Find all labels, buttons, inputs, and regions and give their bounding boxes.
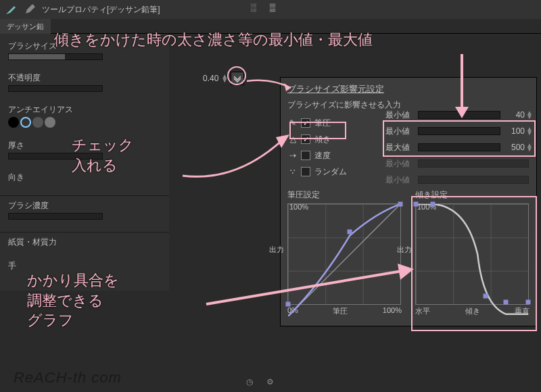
header-tool-icons: ░ ▒ xyxy=(246,0,280,15)
brush-size-slider[interactable] xyxy=(8,53,103,60)
thickness-label: 厚さ xyxy=(8,140,161,151)
prop-thickness[interactable]: 厚さ xyxy=(8,140,161,160)
tilt-icon: △ xyxy=(287,134,298,144)
tilt-max-label: 最大値 xyxy=(385,142,418,153)
tilt-graph-plot[interactable]: 100% 出力 xyxy=(415,203,529,305)
spray-icon[interactable]: ░ xyxy=(246,0,261,15)
spray-alt-icon[interactable]: ▒ xyxy=(265,0,280,15)
pressure-graph: 筆圧設定 100% 出力 0% 筆圧 100% xyxy=(287,189,402,316)
source-velocity-label: 速度 xyxy=(314,150,358,162)
aa-option-3[interactable] xyxy=(32,117,43,128)
prop-brush-size[interactable]: ブラシサイズ xyxy=(8,41,161,60)
watermark: ReACH-th com xyxy=(14,369,122,387)
density-label: ブラシ濃度 xyxy=(8,200,161,212)
brush-size-spinner[interactable]: ▲▼ xyxy=(221,74,228,82)
antialias-label: アンチエイリアス xyxy=(8,104,161,116)
tilt-max-row: 最大値 500 ▲▼ xyxy=(385,139,533,155)
brush-size-value: 0.40 xyxy=(203,74,218,83)
tab-active[interactable]: デッサン鉛 xyxy=(0,19,51,34)
pressure-graph-title: 筆圧設定 xyxy=(287,189,402,201)
direction-label: 向き xyxy=(8,172,161,183)
source-pressure-label: 筆圧 xyxy=(314,118,358,129)
velocity-min-row: 最小値 xyxy=(385,155,533,172)
tab-strip: デッサン鉛 xyxy=(0,19,541,34)
random-min-row: 最小値 xyxy=(385,172,533,188)
pressure-checkbox[interactable] xyxy=(301,118,310,128)
random-checkbox[interactable] xyxy=(301,167,310,176)
minmax-column: 最小値 40 ▲▼ 最小値 100 ▲▼ 最大値 500 ▲▼ 最小値 最小値 xyxy=(385,107,533,188)
aa-option-1[interactable] xyxy=(8,117,19,128)
pressure-icon: ✎ xyxy=(287,118,298,128)
prop-direction[interactable]: 向き xyxy=(8,172,161,183)
pressure-min-label: 最小値 xyxy=(385,109,418,121)
tilt-min-slider[interactable] xyxy=(418,127,500,135)
hand-label: 手 xyxy=(8,260,161,272)
random-icon: ∵ xyxy=(287,167,298,176)
pressure-graph-plot[interactable]: 100% 出力 xyxy=(287,203,401,305)
pencil-icon xyxy=(23,3,37,16)
influence-title: ブラシサイズ影響元設定 xyxy=(287,83,530,95)
paper-label: 紙質・材質力 xyxy=(8,237,161,248)
velocity-icon: ⇢ xyxy=(287,151,298,160)
tilt-checkbox[interactable] xyxy=(301,134,310,144)
pressure-min-value: 40 xyxy=(504,110,525,120)
prop-antialias[interactable]: アンチエイリアス xyxy=(8,104,161,128)
pressure-min-slider[interactable] xyxy=(418,111,500,119)
property-sidebar: ブラシサイズ 不透明度 アンチエイリアス 厚さ 向き ブラシ濃度 xyxy=(0,34,169,291)
brush-size-value-row: 0.40 ▲▼ xyxy=(203,72,244,85)
tilt-graph: 傾き設定 100% 出力 水平 傾き 垂直 xyxy=(415,189,530,316)
source-tilt-label: 傾き xyxy=(314,134,358,145)
brush-size-label: ブラシサイズ xyxy=(8,41,161,52)
tilt-min-label: 最小値 xyxy=(385,126,418,137)
tilt-min-row: 最小値 100 ▲▼ xyxy=(385,123,533,139)
velocity-min-label: 最小値 xyxy=(385,158,418,170)
random-min-label: 最小値 xyxy=(385,174,418,186)
tool-icon-2[interactable]: ⚙ xyxy=(264,376,276,388)
prop-hand[interactable]: 手 xyxy=(8,260,161,272)
opacity-slider[interactable] xyxy=(8,85,103,92)
tilt-max-slider[interactable] xyxy=(418,143,500,151)
velocity-min-slider xyxy=(418,160,529,168)
tilt-max-value: 500 xyxy=(504,143,525,152)
source-random-label: ランダム xyxy=(314,166,358,178)
velocity-checkbox[interactable] xyxy=(301,151,310,160)
prop-density[interactable]: ブラシ濃度 xyxy=(8,200,161,220)
tilt-graph-title: 傾き設定 xyxy=(415,189,530,201)
panel-title: ツールプロパティ[デッサン鉛筆] xyxy=(42,4,160,16)
tilt-max-spinner[interactable]: ▲▼ xyxy=(526,143,533,151)
random-min-slider xyxy=(418,176,529,184)
brush-icon xyxy=(4,3,18,16)
bottom-toolbar: ◷ ⚙ xyxy=(243,376,276,388)
prop-paper[interactable]: 紙質・材質力 xyxy=(8,237,161,248)
prop-opacity[interactable]: 不透明度 xyxy=(8,72,161,92)
pressure-min-row: 最小値 40 ▲▼ xyxy=(385,107,533,123)
tilt-min-spinner[interactable]: ▲▼ xyxy=(526,127,533,135)
thickness-slider[interactable] xyxy=(8,153,103,160)
pressure-min-spinner[interactable]: ▲▼ xyxy=(526,111,533,119)
opacity-label: 不透明度 xyxy=(8,72,161,84)
tilt-min-value: 100 xyxy=(504,126,525,136)
brush-size-expand-button[interactable] xyxy=(231,72,244,85)
tool-icon-1[interactable]: ◷ xyxy=(243,376,256,388)
aa-option-2[interactable] xyxy=(20,117,31,128)
density-slider[interactable] xyxy=(8,213,103,220)
tilt-ylabel: 出力 xyxy=(397,245,412,255)
pressure-ylabel: 出力 xyxy=(269,245,284,255)
aa-option-4[interactable] xyxy=(45,117,55,128)
